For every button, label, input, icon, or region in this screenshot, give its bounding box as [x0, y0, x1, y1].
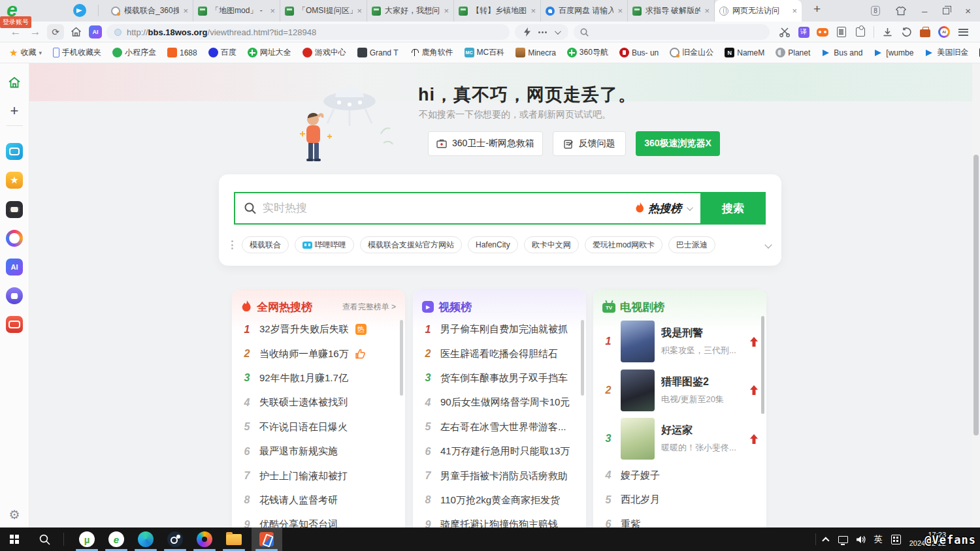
- tag-pill-6[interactable]: 爱玩社mod网欧卡: [585, 236, 662, 253]
- tags-expand-chevron[interactable]: [764, 241, 772, 248]
- bookmark-namem[interactable]: NNameM: [725, 48, 764, 57]
- taskbar-search-button[interactable]: [30, 527, 59, 551]
- close-button[interactable]: ×: [965, 6, 971, 16]
- start-button[interactable]: [0, 527, 29, 551]
- bookmark-minecraft[interactable]: Minecra: [515, 48, 556, 57]
- address-bar[interactable]: http://bbs.18wos.org/viewthread.html?tid…: [106, 24, 510, 40]
- taskbar-active-app[interactable]: [252, 527, 282, 551]
- sidebar-home-icon[interactable]: [6, 74, 23, 91]
- ime-grid-icon[interactable]: [891, 535, 901, 544]
- tv-item-5[interactable]: 5西北岁月: [593, 488, 766, 512]
- tab-7[interactable]: 求指导 破解版的 ×: [628, 0, 715, 22]
- bookmark-antler[interactable]: 鹿角软件: [410, 47, 453, 58]
- bookmark-grand-t[interactable]: Grand T: [357, 48, 399, 57]
- hot-item-8[interactable]: 8花钱请人监督考研: [232, 488, 405, 512]
- video-item-6[interactable]: 641万存建行急用时只能取13万: [413, 439, 586, 464]
- taskbar-file-explorer[interactable]: [220, 527, 248, 551]
- video-item-3[interactable]: 3货车倒车酿事故男子双手挡车: [413, 366, 586, 390]
- bookmark-1688[interactable]: 1688: [167, 48, 197, 57]
- chevron-down-icon[interactable]: [555, 28, 561, 35]
- hot-item-9[interactable]: 9优酷分享知否台词: [232, 512, 405, 527]
- lightning-icon[interactable]: [524, 27, 531, 37]
- bookmark-baidu[interactable]: 百度: [208, 47, 237, 58]
- bookmark-nav-site[interactable]: 网址大全: [248, 47, 291, 58]
- tag-pill-bilibili[interactable]: 哔哩哔哩: [295, 236, 354, 253]
- tab-close-icon[interactable]: ×: [183, 6, 188, 16]
- tab-5[interactable]: 【转】乡镇地图 ×: [454, 0, 541, 22]
- tag-pill-3[interactable]: 模载联合支援站官方网站: [360, 236, 462, 253]
- taskbar-utorrent[interactable]: µ: [73, 527, 101, 551]
- tv-item-1[interactable]: 1 我是刑警 积案攻坚，三代刑...: [593, 317, 766, 366]
- taskbar-utility-gear[interactable]: [190, 527, 219, 551]
- card-scrollbar[interactable]: [761, 316, 764, 414]
- theme-shirt-icon[interactable]: [896, 7, 906, 16]
- tag-pill-4[interactable]: HafenCity: [468, 236, 518, 253]
- search-input[interactable]: [263, 202, 629, 215]
- sidebar-game-icon[interactable]: [6, 316, 23, 333]
- tab-1[interactable]: 模载联合_360搜 ×: [106, 0, 193, 22]
- ai-assistant-button[interactable]: AI: [88, 22, 103, 42]
- sidebar-add-icon[interactable]: +: [6, 102, 23, 119]
- card-scrollbar[interactable]: [400, 320, 403, 396]
- game-center-icon[interactable]: [817, 26, 828, 38]
- bookmark-phone-folder[interactable]: 手机收藏夹: [53, 47, 101, 58]
- toolbox-briefcase-icon[interactable]: [919, 26, 931, 38]
- sidebar-favorites-star-icon[interactable]: ★: [6, 172, 23, 189]
- screenshot-scissors-icon[interactable]: [779, 26, 791, 38]
- hot-item-1[interactable]: 132岁晋升失败后失联 热: [232, 317, 405, 341]
- hot-item-6[interactable]: 6最严退市新规实施: [232, 439, 405, 464]
- new-tab-button[interactable]: +: [813, 2, 821, 16]
- view-full-list-link[interactable]: 查看完整榜单 >: [342, 302, 396, 313]
- history-undo-icon[interactable]: [900, 26, 912, 38]
- refresh-button[interactable]: ⟳: [47, 24, 64, 40]
- tab-4[interactable]: 大家好，我想问 ×: [367, 0, 454, 22]
- taskbar-360-browser[interactable]: e: [102, 527, 131, 551]
- tab-close-icon[interactable]: ×: [270, 6, 275, 16]
- tray-expand-chevron-icon[interactable]: [822, 537, 829, 544]
- speaker-icon[interactable]: [857, 535, 866, 544]
- tv-item-4[interactable]: 4嫂子嫂子: [593, 464, 766, 488]
- network-display-icon[interactable]: [838, 536, 848, 543]
- video-item-5[interactable]: 5左右哥在冰雪大世界带游客...: [413, 415, 586, 439]
- bookmark-wumbe[interactable]: [wumbe: [874, 48, 913, 57]
- bookmark-us-sf[interactable]: 美国旧金: [924, 47, 968, 58]
- messenger-avatar-icon[interactable]: [73, 4, 86, 17]
- hot-item-4[interactable]: 4失联硕士遗体被找到: [232, 390, 405, 415]
- tab-close-icon[interactable]: ×: [617, 6, 623, 16]
- restore-button[interactable]: [943, 8, 949, 14]
- video-item-7[interactable]: 7男童手指被卡消防员话痨救助: [413, 464, 586, 488]
- bookmark-game-center[interactable]: 游戏中心: [302, 47, 346, 58]
- menu-hamburger-icon[interactable]: [957, 26, 969, 38]
- video-item-8[interactable]: 8110万抢2kg黄金商家拒发货: [413, 488, 586, 512]
- tab-count-badge[interactable]: 8: [871, 6, 880, 16]
- translate-icon[interactable]: 译: [798, 26, 809, 38]
- tag-pill-7[interactable]: 巴士派迪: [668, 236, 715, 253]
- bookmark-360-nav[interactable]: 360导航: [567, 47, 608, 58]
- tab-3[interactable]: 「OMSI提问区」 ×: [280, 0, 367, 22]
- bookmark-sf-park[interactable]: 旧金山公: [670, 47, 713, 58]
- hot-item-7[interactable]: 7护士上门输液却被打: [232, 464, 405, 488]
- tag-pill-1[interactable]: 模载联合: [242, 236, 289, 253]
- video-item-4[interactable]: 490后女生做网络督学周卡10元: [413, 390, 586, 415]
- toolbar-search-box[interactable]: [574, 24, 770, 40]
- bookmark-bus-and[interactable]: Bus and: [821, 48, 862, 57]
- hot-item-3[interactable]: 392年牛散1月赚1.7亿: [232, 366, 405, 390]
- taskbar-steam[interactable]: [161, 527, 189, 551]
- site-info-icon[interactable]: [114, 29, 122, 36]
- sidebar-settings-gear-icon[interactable]: ⚙: [6, 506, 23, 523]
- taskbar-edge[interactable]: [131, 527, 160, 551]
- ai-ball-icon[interactable]: AI: [938, 26, 950, 38]
- bookmark-favorites[interactable]: ★ 收藏 ▾: [9, 47, 42, 58]
- card-scrollbar[interactable]: [581, 320, 584, 396]
- extensions-puzzle-icon[interactable]: [855, 26, 866, 38]
- hot-item-5[interactable]: 5不许说日语在日爆火: [232, 415, 405, 439]
- tab-6[interactable]: 百度网盘 请输入 ×: [541, 0, 628, 22]
- page-scrollbar[interactable]: [972, 63, 980, 527]
- sidebar-robot-goggles-icon[interactable]: [6, 201, 23, 218]
- search-submit-button[interactable]: 搜索: [700, 192, 766, 225]
- sidebar-ai-badge-icon[interactable]: AI: [6, 259, 23, 276]
- reader-mode-icon[interactable]: [836, 26, 847, 38]
- tag-pill-5[interactable]: 欧卡中文网: [524, 236, 579, 253]
- ime-language-indicator[interactable]: 英: [874, 533, 883, 545]
- video-item-1[interactable]: 1男子偷车刚自费加完油就被抓: [413, 317, 586, 341]
